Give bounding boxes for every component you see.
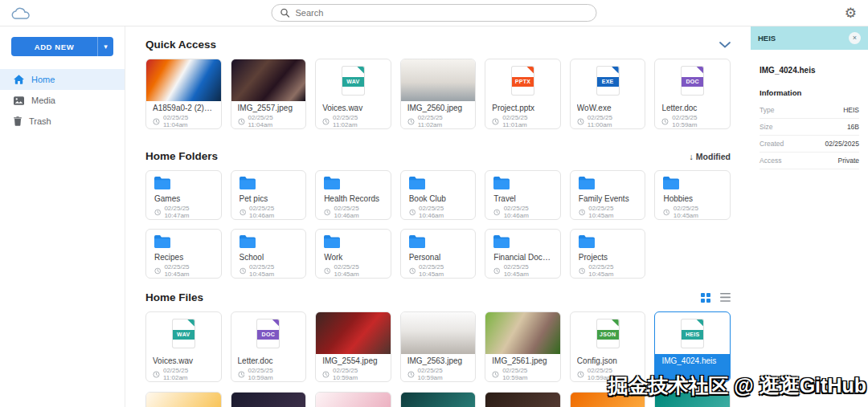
file-card-img-2563-jpeg[interactable]: IMG_2563.jpeg02/25/25 10:59am [400, 311, 477, 382]
file-card-img-2560-jpeg[interactable]: IMG_2560.jpeg02/25/25 11:02am [400, 59, 477, 129]
file-name: IMG_2554.jpeg [322, 356, 384, 365]
sidebar-item-home[interactable]: Home [0, 69, 125, 90]
file-meta: Voices.wav02/25/25 11:02am [146, 354, 221, 381]
file-timestamp: 02/25/25 10:59am [577, 367, 639, 381]
folder-icon [324, 235, 340, 248]
folder-card-pet-pics[interactable]: Pet pics02/25/25 10:46am [231, 170, 307, 220]
file-meta: Letter.doc02/25/25 10:59am [231, 354, 306, 381]
file-card-partial[interactable] [231, 392, 307, 407]
folder-icon [579, 235, 595, 248]
chevron-down-icon[interactable]: ▾ [97, 37, 113, 56]
folder-card-hobbies[interactable]: Hobbies02/25/25 10:45am [654, 170, 731, 220]
file-card-partial[interactable] [485, 392, 561, 407]
folder-card-travel[interactable]: Travel02/25/25 10:46am [485, 170, 561, 220]
sort-control[interactable]: ↓ Modified [690, 152, 731, 161]
file-card-img-2554-jpeg[interactable]: IMG_2554.jpeg02/25/25 10:59am [315, 311, 391, 382]
info-row-size: Size16B [760, 119, 859, 136]
file-thumbnail [655, 393, 730, 407]
file-name: IMG_2563.jpeg [407, 356, 469, 365]
file-card-img-4024-heis[interactable]: HEISIMG_4024.heis [654, 311, 731, 382]
file-type-icon: HEIS [655, 312, 730, 354]
home-files-header: Home Files [145, 291, 731, 303]
clock-icon [238, 118, 245, 125]
file-meta: IMG_2554.jpeg02/25/25 10:59am [316, 354, 391, 381]
file-card-img-2561-jpeg[interactable]: IMG_2561.jpeg02/25/25 10:59am [485, 311, 561, 382]
file-timestamp: 02/25/25 11:04am [153, 114, 215, 128]
file-name: Letter.doc [238, 356, 300, 365]
sidebar-nav: HomeMediaTrash [0, 69, 125, 132]
sidebar-item-label: Trash [29, 116, 51, 126]
folder-icon [240, 235, 256, 248]
file-card-partial[interactable] [654, 392, 731, 407]
info-value: Private [838, 157, 859, 165]
section-title-quick-access: Quick Access [145, 39, 216, 51]
file-timestamp: 02/25/25 10:46am [493, 205, 552, 219]
add-new-button[interactable]: ADD NEW ▾ [11, 37, 113, 56]
file-card-voices-wav[interactable]: WAVVoices.wav02/25/25 11:02am [315, 59, 391, 129]
folder-card-personal[interactable]: Personal02/25/25 10:45am [400, 229, 477, 279]
clock-icon [579, 267, 585, 275]
folder-card-games[interactable]: Games02/25/25 10:47am [145, 170, 222, 220]
file-card-img-2557-jpeg[interactable]: IMG_2557.jpeg02/25/25 11:04am [231, 59, 307, 129]
folder-name: Financial Documents [493, 253, 552, 262]
file-timestamp: 02/25/25 10:59am [407, 367, 469, 381]
folder-name: Recipes [154, 253, 213, 262]
collapse-chevron-icon[interactable] [719, 42, 731, 48]
list-view-icon[interactable] [720, 293, 731, 302]
file-card-wow-exe[interactable]: EXEWoW.exe02/25/25 11:00am [570, 59, 646, 129]
folder-card-recipes[interactable]: Recipes02/25/25 10:45am [145, 229, 222, 279]
search-bar[interactable] [272, 4, 597, 22]
folder-card-book-club[interactable]: Book Club02/25/25 10:46am [400, 170, 477, 220]
clock-icon [409, 267, 416, 275]
clock-icon [153, 371, 160, 378]
close-icon[interactable]: × [849, 32, 861, 44]
file-card-partial[interactable] [315, 392, 391, 407]
file-thumbnail [571, 393, 645, 407]
clock-icon [324, 267, 330, 275]
details-file-name: IMG_4024.heis [760, 66, 859, 75]
search-input[interactable] [296, 8, 588, 18]
file-card-letter-doc[interactable]: DOCLetter.doc02/25/25 10:59am [654, 59, 731, 129]
grid-view-icon[interactable] [701, 293, 710, 303]
file-card-voices-wav[interactable]: WAVVoices.wav02/25/25 11:02am [145, 311, 222, 382]
file-card-partial[interactable] [570, 392, 646, 407]
file-card-project-pptx[interactable]: PPTXProject.pptx02/25/25 11:01am [485, 59, 561, 129]
folder-name: Games [154, 194, 213, 203]
folder-card-financial-documents[interactable]: Financial Documents02/25/25 10:45am [485, 229, 561, 279]
file-meta: Letter.doc02/25/25 10:59am [655, 101, 730, 128]
file-card-config-json[interactable]: JSONConfig.json02/25/25 10:59am [570, 311, 646, 382]
file-card-letter-doc[interactable]: DOCLetter.doc02/25/25 10:59am [231, 311, 307, 382]
file-thumbnail [485, 393, 560, 407]
folder-card-work[interactable]: Work02/25/25 10:45am [315, 229, 391, 279]
clock-icon [240, 267, 246, 275]
clock-icon [579, 209, 585, 216]
file-timestamp: 02/25/25 10:45am [579, 263, 637, 278]
file-card-partial[interactable] [400, 392, 477, 407]
details-info-rows: TypeHEISSize16BCreated02/25/2025AccessPr… [760, 102, 859, 169]
file-timestamp: 02/25/25 10:45am [324, 263, 383, 278]
folder-icon [579, 177, 595, 189]
details-panel-body: IMG_4024.heis Information TypeHEISSize16… [751, 50, 868, 169]
file-meta: IMG_4024.heis [655, 354, 730, 381]
file-meta: Project.pptx02/25/25 11:01am [485, 101, 560, 128]
file-name: IMG_2561.jpeg [492, 356, 554, 365]
folder-icon [493, 235, 510, 248]
section-title-home-folders: Home Folders [145, 150, 218, 162]
sidebar-item-trash[interactable]: Trash [0, 111, 125, 132]
clock-icon [407, 118, 415, 125]
gear-icon[interactable]: ⚙ [845, 6, 857, 20]
folder-card-projects[interactable]: Projects02/25/25 10:45am [570, 229, 646, 279]
folder-card-school[interactable]: School02/25/25 10:45am [231, 229, 307, 279]
sidebar-item-media[interactable]: Media [0, 90, 125, 111]
file-timestamp: 02/25/25 10:45am [154, 263, 213, 278]
file-timestamp: 02/25/25 10:59am [322, 367, 384, 381]
folder-card-health-records[interactable]: Health Records02/25/25 10:46am [315, 170, 391, 220]
file-type-icon: EXE [571, 59, 645, 101]
file-meta: WoW.exe02/25/25 11:00am [571, 101, 645, 128]
file-card-a1859a0-2-2-png[interactable]: A1859a0-2 (2).png02/25/25 11:04am [145, 59, 222, 129]
folder-card-family-events[interactable]: Family Events02/25/25 10:45am [570, 170, 646, 220]
info-label: Access [760, 157, 781, 165]
clock-icon [663, 209, 669, 216]
file-card-partial[interactable] [145, 392, 222, 407]
file-timestamp: 02/25/25 11:04am [238, 114, 300, 128]
